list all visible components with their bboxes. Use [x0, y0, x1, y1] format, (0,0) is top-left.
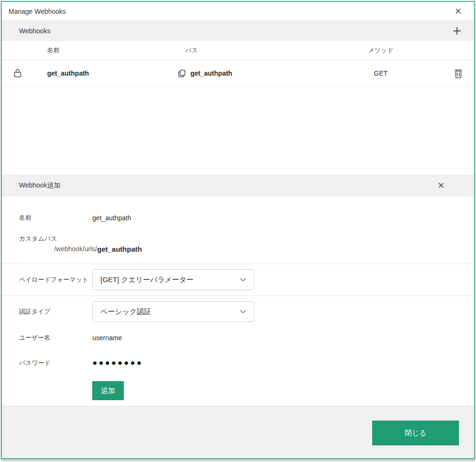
- payload-format-dropdown[interactable]: [GET] クエリーパラメーター: [92, 269, 254, 290]
- password-input[interactable]: ●●●●●●●●: [92, 358, 143, 368]
- name-field-input[interactable]: get_authpath: [92, 214, 131, 222]
- copy-icon[interactable]: [178, 69, 186, 78]
- name-field-label: 名前: [19, 214, 92, 222]
- add-webhook-section-title: Webhook追加: [19, 181, 60, 190]
- payload-format-label: ペイロードフォーマット: [19, 275, 92, 284]
- username-row: ユーザー名 username: [2, 334, 474, 342]
- dialog-title-bar: Manage Webhooks ✕: [2, 2, 474, 21]
- webhook-name: get_authpath: [33, 69, 166, 77]
- dialog-close-icon[interactable]: ✕: [453, 6, 464, 17]
- column-header-path: パス: [166, 46, 319, 55]
- form-divider: [2, 264, 474, 264]
- password-row: パスワード ●●●●●●●●: [2, 358, 474, 368]
- webhook-path-cell: get_authpath: [166, 69, 319, 78]
- add-webhook-close-icon[interactable]: ✕: [436, 180, 446, 191]
- add-button-row: 追加: [2, 381, 474, 400]
- auth-type-selected-value: ベーシック認証: [100, 307, 151, 316]
- webhooks-table-header: 名前 パス メソッド: [2, 41, 474, 60]
- username-input[interactable]: username: [92, 334, 122, 342]
- custom-path-value-row: /webhook/urls/ get_authpath: [2, 245, 474, 253]
- webhooks-section-header: Webhooks +: [2, 21, 474, 41]
- webhooks-section-title: Webhooks: [19, 27, 50, 35]
- name-field-row: 名前 get_authpath: [2, 214, 474, 222]
- webhook-method: GET: [319, 69, 443, 77]
- lock-icon: [2, 69, 33, 78]
- column-header-method: メソッド: [319, 46, 443, 55]
- table-row: get_authpath get_authpath GET: [2, 60, 474, 87]
- auth-type-label: 認証タイプ: [19, 307, 92, 316]
- custom-path-input[interactable]: get_authpath: [97, 245, 142, 253]
- password-label: パスワード: [19, 359, 92, 367]
- dialog-footer: 閉じる: [2, 406, 474, 458]
- dialog-title: Manage Webhooks: [9, 8, 66, 15]
- add-webhook-plus-icon[interactable]: +: [450, 24, 464, 38]
- add-webhook-section-header: Webhook追加 ✕: [2, 175, 474, 197]
- auth-type-row: 認証タイプ ベーシック認証: [2, 301, 474, 322]
- close-button[interactable]: 閉じる: [372, 421, 459, 445]
- chevron-down-icon: [240, 278, 246, 282]
- form-divider: [2, 295, 474, 296]
- auth-type-dropdown[interactable]: ベーシック認証: [92, 301, 254, 322]
- manage-webhooks-dialog: Manage Webhooks ✕ Webhooks + 名前 パス メソッド …: [1, 1, 475, 459]
- trash-cell: [443, 69, 474, 79]
- add-webhook-form: 名前 get_authpath カスタムパス /webhook/urls/ ge…: [2, 197, 474, 406]
- webhook-path: get_authpath: [190, 69, 232, 77]
- payload-format-selected-value: [GET] クエリーパラメーター: [100, 275, 194, 285]
- webhook-list-empty-area: [2, 87, 474, 175]
- delete-webhook-trash-icon[interactable]: [454, 69, 463, 79]
- add-button[interactable]: 追加: [92, 381, 124, 400]
- custom-path-prefix: /webhook/urls/: [2, 245, 97, 253]
- custom-path-label: カスタムパス: [19, 235, 92, 243]
- custom-path-label-row: カスタムパス: [2, 235, 474, 243]
- chevron-down-icon: [240, 310, 246, 314]
- payload-format-row: ペイロードフォーマット [GET] クエリーパラメーター: [2, 269, 474, 290]
- username-label: ユーザー名: [19, 334, 92, 342]
- column-header-name: 名前: [33, 46, 166, 55]
